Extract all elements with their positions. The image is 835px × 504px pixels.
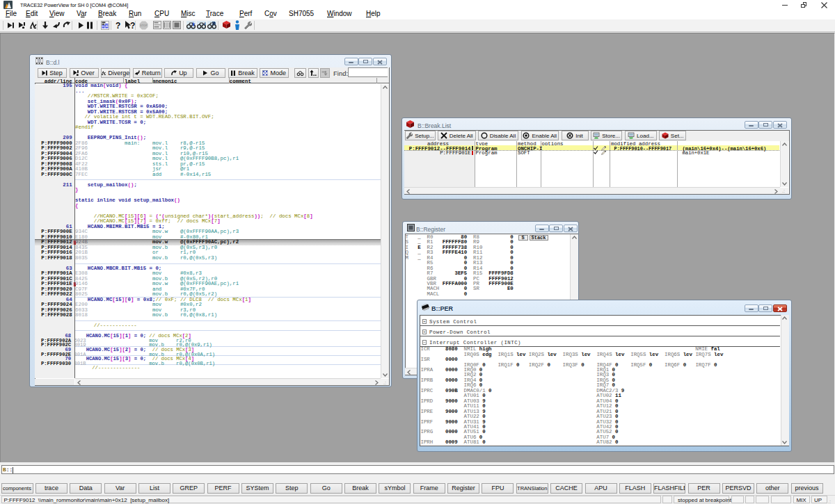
- svg-text:d: d: [203, 22, 206, 26]
- svg-text:STOP: STOP: [140, 24, 148, 27]
